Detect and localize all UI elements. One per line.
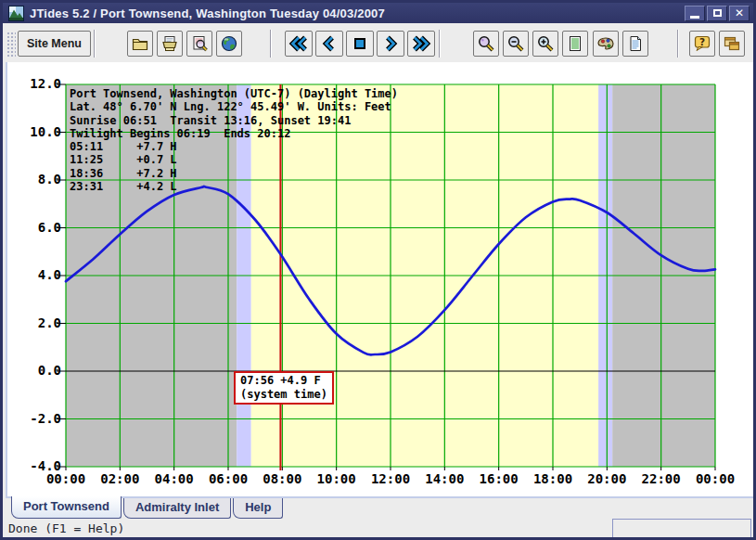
open-folder-icon xyxy=(131,34,149,53)
toolbar-grip[interactable] xyxy=(6,32,16,57)
app-icon xyxy=(8,6,24,21)
status-bar: Done (F1 = Help) xyxy=(3,519,753,540)
new-document-icon xyxy=(626,34,645,53)
fast-backward-button[interactable] xyxy=(285,31,313,57)
help-icon: ? xyxy=(693,34,711,53)
open-folder-button[interactable] xyxy=(127,31,153,57)
maximize-icon xyxy=(713,9,722,17)
step-forward-button[interactable] xyxy=(377,31,404,57)
world-icon xyxy=(220,34,238,53)
status-message: Done (F1 = Help) xyxy=(8,521,124,535)
chart-panel[interactable] xyxy=(6,62,756,496)
print-button[interactable] xyxy=(157,31,183,57)
toolbar: Site Menu xyxy=(3,23,753,62)
window-title: JTides 5.2 / Port Townsend, Washington T… xyxy=(30,6,685,20)
new-document-button[interactable] xyxy=(622,31,648,57)
tab-help[interactable]: Help xyxy=(233,498,283,519)
help-button[interactable]: ? xyxy=(689,31,715,57)
tab-bar: Port Townsend Admiralty Inlet Help xyxy=(6,496,756,519)
titlebar[interactable]: JTides 5.2 / Port Townsend, Washington T… xyxy=(3,3,753,23)
tide-table-icon xyxy=(566,34,584,53)
tab-admiralty-inlet[interactable]: Admiralty Inlet xyxy=(123,498,231,519)
svg-text:?: ? xyxy=(699,36,705,47)
zoom-reset-button[interactable] xyxy=(473,31,499,57)
site-menu-button[interactable]: Site Menu xyxy=(18,31,91,57)
stop-icon xyxy=(351,34,369,53)
minimize-icon xyxy=(690,16,699,19)
zoom-out-button[interactable] xyxy=(503,31,529,57)
zoom-in-icon xyxy=(536,34,555,53)
zoom-in-button[interactable] xyxy=(532,31,558,57)
zoom-out-icon xyxy=(506,34,525,53)
tide-table-button[interactable] xyxy=(562,31,588,57)
minimize-button[interactable] xyxy=(685,6,705,21)
step-backward-button[interactable] xyxy=(315,31,343,57)
status-field xyxy=(612,519,751,538)
print-preview-icon xyxy=(190,34,209,53)
close-button[interactable]: ✕ xyxy=(729,6,750,21)
step-forward-icon xyxy=(381,34,400,53)
toolbar-separator xyxy=(94,30,96,58)
window-options-icon xyxy=(723,34,741,53)
zoom-reset-icon xyxy=(477,34,495,53)
world-button[interactable] xyxy=(216,31,242,57)
fast-forward-button[interactable] xyxy=(407,31,435,57)
print-preview-button[interactable] xyxy=(186,31,212,57)
colors-palette-icon xyxy=(596,34,615,53)
toolbar-separator xyxy=(439,30,441,58)
maximize-button[interactable] xyxy=(707,6,727,21)
fast-forward-icon xyxy=(411,34,431,53)
fast-backward-icon xyxy=(288,34,309,53)
step-backward-icon xyxy=(320,34,339,53)
toolbar-separator xyxy=(677,30,679,58)
close-icon: ✕ xyxy=(735,7,744,19)
print-icon xyxy=(160,34,179,53)
colors-palette-button[interactable] xyxy=(593,31,619,57)
stop-button[interactable] xyxy=(346,31,374,57)
tab-port-townsend[interactable]: Port Townsend xyxy=(11,496,122,519)
window-options-button[interactable] xyxy=(719,31,745,57)
jtides-window: JTides 5.2 / Port Townsend, Washington T… xyxy=(0,0,756,540)
toolbar-separator xyxy=(270,30,272,58)
